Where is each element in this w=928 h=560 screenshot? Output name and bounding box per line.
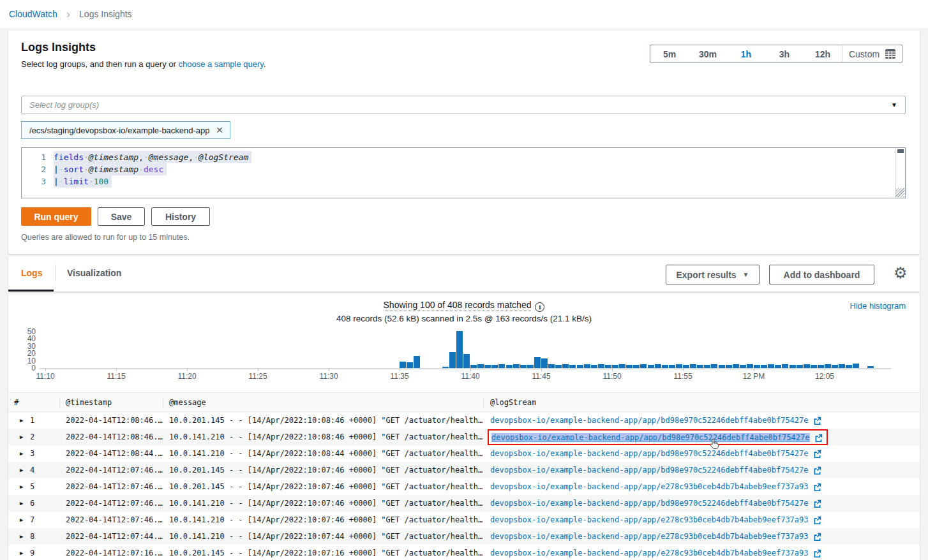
- histogram-bar[interactable]: [683, 365, 689, 368]
- histogram-bar[interactable]: [541, 358, 548, 368]
- histogram-bar[interactable]: [697, 365, 703, 368]
- histogram-bar[interactable]: [669, 365, 675, 368]
- histogram-bar[interactable]: [648, 365, 654, 368]
- histogram-bar[interactable]: [768, 364, 774, 368]
- histogram-bar[interactable]: [711, 364, 717, 368]
- time-range-custom[interactable]: Custom: [842, 45, 902, 63]
- expand-row-icon[interactable]: ▶: [20, 500, 23, 506]
- histogram-bar[interactable]: [754, 365, 760, 368]
- sample-query-link[interactable]: choose a sample query: [178, 59, 263, 69]
- expand-row-icon[interactable]: ▶: [20, 550, 23, 556]
- histogram-bar[interactable]: [662, 365, 668, 368]
- editor-scrollbar-thumb[interactable]: [897, 149, 904, 153]
- histogram-bar[interactable]: [555, 365, 562, 368]
- chevron-down-icon[interactable]: ▼: [891, 101, 897, 108]
- histogram-bar[interactable]: [733, 364, 739, 368]
- logstream-link[interactable]: devopsbox-io/example-backend-app/app/e27…: [490, 532, 809, 541]
- histogram-bar[interactable]: [811, 365, 817, 368]
- histogram-bar[interactable]: [534, 357, 541, 368]
- tab-logs[interactable]: Logs: [21, 256, 42, 290]
- run-query-button[interactable]: Run query: [21, 207, 91, 226]
- history-button[interactable]: History: [151, 207, 210, 226]
- histogram-bar[interactable]: [790, 365, 796, 368]
- histogram-bar[interactable]: [747, 364, 753, 368]
- time-range-option-5m[interactable]: 5m: [650, 45, 689, 63]
- histogram-bar[interactable]: [584, 364, 590, 368]
- histogram-bar[interactable]: [506, 365, 513, 368]
- logstream-link[interactable]: devopsbox-io/example-backend-app/app/e27…: [490, 549, 809, 557]
- export-results-button[interactable]: Export results▼: [666, 265, 760, 284]
- histogram-bar[interactable]: [414, 356, 420, 368]
- histogram-bar[interactable]: [719, 365, 725, 368]
- histogram-bar[interactable]: [619, 364, 625, 368]
- histogram-bar[interactable]: [626, 365, 632, 368]
- histogram-bar[interactable]: [633, 365, 640, 368]
- histogram-bar[interactable]: [740, 365, 746, 368]
- expand-row-icon[interactable]: ▶: [20, 434, 23, 440]
- histogram-bar[interactable]: [442, 367, 449, 368]
- save-button[interactable]: Save: [98, 207, 145, 226]
- expand-row-icon[interactable]: ▶: [20, 450, 23, 457]
- hide-histogram-link[interactable]: Hide histogram: [850, 301, 906, 311]
- histogram-bar[interactable]: [818, 365, 824, 368]
- time-range-option-3h[interactable]: 3h: [765, 45, 804, 63]
- histogram-bar[interactable]: [775, 365, 781, 368]
- time-range-option-30m[interactable]: 30m: [689, 45, 727, 63]
- info-icon[interactable]: i: [535, 302, 544, 312]
- time-range-option-12h[interactable]: 12h: [804, 45, 842, 63]
- histogram-bar[interactable]: [846, 365, 852, 368]
- histogram-bar[interactable]: [548, 364, 555, 368]
- histogram-bar[interactable]: [612, 365, 618, 368]
- time-range-option-1h[interactable]: 1h: [727, 45, 765, 63]
- histogram-bar[interactable]: [782, 364, 788, 368]
- histogram-bar[interactable]: [491, 365, 498, 368]
- expand-row-icon[interactable]: ▶: [20, 517, 23, 523]
- histogram-bar[interactable]: [569, 365, 576, 368]
- logstream-link[interactable]: devopsbox-io/example-backend-app/app/e27…: [490, 482, 809, 491]
- expand-row-icon[interactable]: ▶: [20, 467, 23, 473]
- logstream-link[interactable]: devopsbox-io/example-backend-app/app/bd9…: [490, 466, 809, 475]
- histogram-bar[interactable]: [562, 364, 569, 368]
- histogram-bar[interactable]: [804, 364, 810, 368]
- histogram-bar[interactable]: [498, 364, 505, 368]
- histogram-bar[interactable]: [655, 364, 661, 368]
- histogram-bar[interactable]: [520, 365, 527, 368]
- histogram-bar[interactable]: [591, 365, 597, 368]
- log-group-select[interactable]: ▼: [21, 96, 906, 114]
- histogram-bar[interactable]: [513, 364, 520, 368]
- histogram-bar[interactable]: [449, 352, 456, 368]
- query-editor[interactable]: 1fields·@timestamp,·@message,·@logStream…: [21, 147, 906, 198]
- histogram-bar[interactable]: [577, 365, 583, 368]
- histogram-bar[interactable]: [470, 365, 477, 368]
- histogram-bar[interactable]: [853, 364, 859, 368]
- add-to-dashboard-button[interactable]: Add to dashboard: [769, 265, 874, 284]
- histogram-bar[interactable]: [598, 364, 604, 368]
- logstream-link[interactable]: devopsbox-io/example-backend-app/app/e27…: [490, 515, 809, 524]
- histogram-bar[interactable]: [484, 365, 491, 368]
- histogram-bar[interactable]: [867, 366, 874, 368]
- histogram-bar[interactable]: [400, 362, 406, 368]
- logstream-link[interactable]: devopsbox-io/example-backend-app/app/bd9…: [491, 433, 810, 442]
- log-group-input[interactable]: [22, 96, 905, 114]
- expand-row-icon[interactable]: ▶: [20, 533, 23, 540]
- editor-resize-handle[interactable]: [895, 188, 904, 197]
- histogram-bar[interactable]: [797, 365, 803, 368]
- histogram-bar[interactable]: [726, 365, 732, 368]
- histogram-bar[interactable]: [640, 364, 647, 368]
- expand-row-icon[interactable]: ▶: [20, 483, 23, 490]
- logstream-link[interactable]: devopsbox-io/example-backend-app/app/bd9…: [490, 499, 809, 508]
- histogram-bar[interactable]: [761, 365, 767, 368]
- histogram-bar[interactable]: [456, 331, 463, 368]
- histogram-bar[interactable]: [704, 365, 710, 368]
- histogram-bar[interactable]: [527, 365, 534, 368]
- histogram-bar[interactable]: [463, 354, 470, 368]
- histogram-bar[interactable]: [477, 364, 484, 368]
- settings-gear-icon[interactable]: ⚙: [894, 264, 908, 282]
- histogram-bar[interactable]: [839, 364, 845, 368]
- histogram-bar[interactable]: [676, 364, 682, 368]
- logstream-link[interactable]: devopsbox-io/example-backend-app/app/bd9…: [490, 416, 809, 425]
- remove-log-group-icon[interactable]: ×: [216, 125, 223, 135]
- logstream-link[interactable]: devopsbox-io/example-backend-app/app/bd9…: [490, 449, 809, 458]
- histogram-bar[interactable]: [605, 365, 611, 368]
- histogram-bar[interactable]: [832, 365, 838, 368]
